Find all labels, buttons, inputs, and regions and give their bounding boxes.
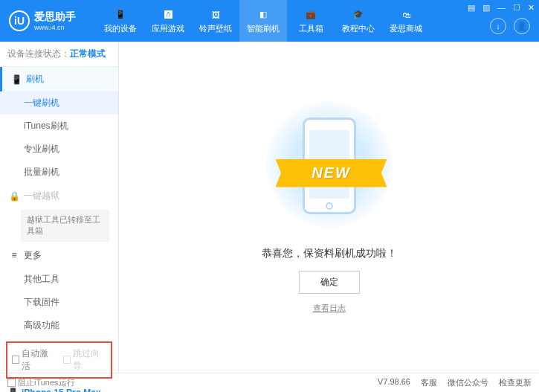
minimize-icon[interactable]: — (497, 3, 506, 13)
logo: iU 爱思助手 www.i4.cn (9, 10, 76, 31)
checkbox-auto-activate[interactable]: 自动激活 (12, 347, 56, 373)
skin-icon[interactable]: ▥ (482, 3, 490, 13)
close-icon[interactable]: ✕ (528, 3, 535, 13)
sidebar-group-jailbreak: 🔒 一键越狱 (0, 184, 118, 208)
mall-icon: 🛍 (399, 8, 413, 22)
nav-my-device[interactable]: 📱我的设备 (97, 0, 144, 42)
device-status: 设备连接状态：正常模式 (0, 42, 118, 67)
app-site: www.i4.cn (34, 24, 76, 31)
maximize-icon[interactable]: ☐ (513, 3, 520, 13)
success-message: 恭喜您，保资料刷机成功啦！ (262, 247, 397, 260)
phone-icon: 📱 (114, 8, 127, 22)
app-header: iU 爱思助手 www.i4.cn 📱我的设备 🅰应用游戏 🖼铃声壁纸 ◧智能刷… (0, 0, 539, 42)
sidebar-item-batch-flash[interactable]: 批量刷机 (0, 161, 118, 184)
view-log-link[interactable]: 查看日志 (313, 303, 346, 314)
new-ribbon: NEW (276, 159, 387, 187)
download-button[interactable]: ↓ (490, 18, 506, 34)
nav-apps[interactable]: 🅰应用游戏 (144, 0, 192, 42)
checkbox-block-itunes[interactable]: 阻止iTunes运行 (7, 377, 75, 388)
toolbox-icon: 💼 (304, 8, 317, 22)
options-highlight-box: 自动激活 跳过向导 (6, 341, 112, 379)
ringtone-icon: 🖼 (209, 8, 222, 22)
sidebar-item-onekey-flash[interactable]: 一键刷机 (0, 91, 118, 115)
nav-flash[interactable]: ◧智能刷机 (239, 0, 287, 42)
jailbreak-note: 越狱工具已转移至工具箱 (21, 210, 109, 242)
logo-icon: iU (9, 10, 30, 31)
phone-flash-icon: 📱 (11, 74, 22, 85)
lock-icon: 🔒 (9, 191, 19, 202)
checkbox-skip-guide[interactable]: 跳过向导 (63, 347, 107, 373)
sidebar-item-advanced[interactable]: 高级功能 (0, 314, 118, 337)
tutorial-icon: 🎓 (352, 8, 365, 22)
ok-button[interactable]: 确定 (299, 271, 360, 294)
footer-link-service[interactable]: 客服 (421, 377, 437, 388)
sidebar-item-itunes-flash[interactable]: iTunes刷机 (0, 115, 118, 138)
app-title: 爱思助手 (34, 10, 76, 24)
footer-link-update[interactable]: 检查更新 (499, 377, 532, 388)
sidebar: 设备连接状态：正常模式 📱 刷机 一键刷机 iTunes刷机 专业刷机 批量刷机… (0, 42, 119, 373)
user-button[interactable]: 👤 (514, 18, 530, 34)
checkbox-icon (12, 356, 19, 364)
apps-icon: 🅰 (161, 8, 175, 22)
menu-icon[interactable]: ▤ (468, 3, 475, 13)
success-illustration: NEW (262, 101, 396, 235)
version-label: V7.98.66 (378, 377, 410, 388)
sidebar-item-download-firmware[interactable]: 下载固件 (0, 291, 118, 314)
checkbox-icon (7, 379, 16, 387)
sidebar-group-more[interactable]: ≡ 更多 (0, 243, 118, 268)
main-nav: 📱我的设备 🅰应用游戏 🖼铃声壁纸 ◧智能刷机 💼工具箱 🎓教程中心 🛍爱思商城 (97, 0, 430, 42)
sidebar-item-pro-flash[interactable]: 专业刷机 (0, 138, 118, 161)
footer-link-wechat[interactable]: 微信公众号 (448, 377, 488, 388)
window-controls: ▤ ▥ — ☐ ✕ (468, 3, 535, 13)
nav-toolbox[interactable]: 💼工具箱 (287, 0, 335, 42)
sidebar-group-flash[interactable]: 📱 刷机 (0, 67, 118, 91)
checkbox-icon (63, 356, 71, 364)
nav-tutorial[interactable]: 🎓教程中心 (335, 0, 382, 42)
main-content: NEW 恭喜您，保资料刷机成功啦！ 确定 查看日志 (119, 42, 539, 373)
more-icon: ≡ (9, 250, 19, 260)
flash-icon: ◧ (256, 8, 270, 22)
nav-mall[interactable]: 🛍爱思商城 (382, 0, 430, 42)
nav-ringtone[interactable]: 🖼铃声壁纸 (192, 0, 239, 42)
sidebar-item-other-tools[interactable]: 其他工具 (0, 268, 118, 291)
